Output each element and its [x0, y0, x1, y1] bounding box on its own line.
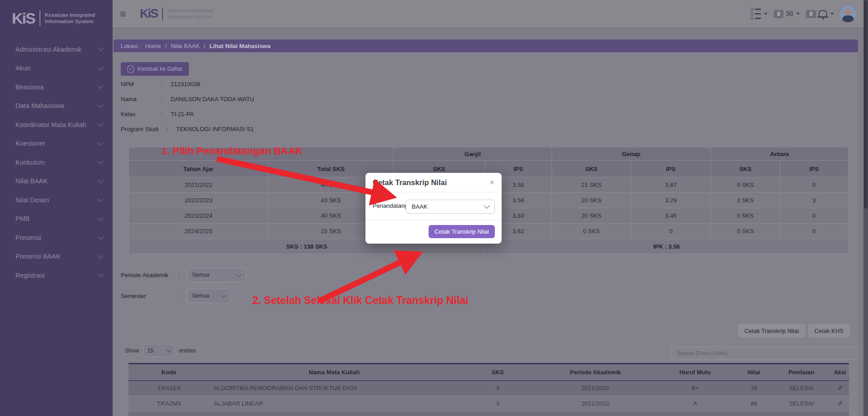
sidebar-item-data-mahasiswa[interactable]: Data Mahasiswa [0, 97, 113, 116]
student-nama-value: DANILSON DAKA TODA WATU [171, 96, 254, 103]
chevron-down-icon [98, 64, 104, 70]
group-header-ganjil: Ganjil [394, 147, 552, 161]
sidebar-item-nilai-dosen[interactable]: Nilai Dosen [0, 191, 113, 210]
scrollbar[interactable] [863, 0, 868, 416]
chevron-down-icon [98, 102, 104, 108]
sidebar-item-kurikulum[interactable]: Kurikulum [0, 153, 113, 172]
notification-count-badge: 0 [806, 10, 816, 18]
sidebar-item-beasiswa[interactable]: Beasiswa [0, 78, 113, 97]
student-npm-value: 212310038 [171, 81, 200, 88]
modal-header: Cetak Transkrip Nilai × [365, 173, 502, 192]
print-actions: Cetak Transkrip Nilai Cetak KHS [738, 324, 850, 338]
group-header-antara: Antara [711, 147, 848, 161]
close-icon[interactable]: × [489, 178, 494, 186]
sidebar-item-presensi[interactable]: Presensi [0, 228, 113, 247]
group-header-genap: Genap [552, 147, 710, 161]
sidebar-logo: KiS Kesatuan Integrated Information Syst… [0, 0, 113, 30]
breadcrumb-separator: / [165, 43, 167, 49]
table-row: TIFA2M3 ALJABAR LINEAR 3 2021/2022 A 86 … [128, 396, 849, 411]
sidebar-item-nilai-baak[interactable]: Nilai BAAK [0, 172, 113, 191]
edit-pencil-icon[interactable]: ✎ [837, 400, 843, 408]
back-icon: ‹ [127, 65, 134, 73]
cetak-transkrip-modal: Cetak Transkrip Nilai × Penandatangan BA… [365, 173, 502, 244]
mail-menu[interactable]: 0 ✉ [774, 10, 800, 18]
cetak-khs-button[interactable]: Cetak KHS [808, 324, 850, 338]
grades-table: Kode Nama Mata Kuliah SKS Periode Akadem… [128, 363, 849, 416]
logo-divider [162, 8, 163, 20]
chevron-down-icon [98, 177, 104, 183]
col-sks: SKS [552, 161, 631, 177]
table-row: TIFA1E4 ALGORITMA PEMOGRAMAN DAN STRUKTU… [128, 381, 849, 396]
topbar: ≡ KiS Kesatuan Integrated Information Sy… [113, 0, 868, 28]
empty-group-header [129, 147, 394, 161]
notification-menu[interactable]: 0 [806, 10, 834, 18]
modal-title: Cetak Transkrip Nilai [373, 178, 447, 187]
edit-pencil-icon[interactable]: ✎ [837, 384, 843, 392]
mail-count-badge: 0 [774, 10, 784, 18]
col-nilai: Nilai [736, 364, 772, 381]
student-prodi-value: TEKNOLOGI INFORMASI S1 [176, 126, 254, 132]
table-row-partial [128, 411, 849, 416]
breadcrumb-prefix: Lokasi : [121, 43, 141, 49]
per-page-select[interactable]: 15 [143, 344, 175, 357]
semester-filter: Semester : Semua [121, 289, 231, 303]
breadcrumb-current: Lihat Nilai Mahasiswa [209, 43, 270, 49]
sidebar-item-koordinator-mata-kuliah[interactable]: Koordinator Mata Kuliah [0, 115, 113, 134]
kis-logo: KiS [12, 10, 35, 26]
sidebar-item-kuesioner[interactable]: Kuesioner [0, 134, 113, 153]
sidebar-item-presensi-baak[interactable]: Presensi BAAK [0, 247, 113, 266]
task-list-icon [750, 8, 761, 20]
chevron-down-icon [484, 203, 490, 209]
col-penilaian: Penilaian [772, 364, 831, 381]
scrollbar-thumb[interactable] [864, 0, 868, 209]
col-ips: IPS [631, 161, 711, 177]
breadcrumb-nilai-baak[interactable]: Nilai BAAK [171, 43, 200, 49]
chevron-down-icon [98, 196, 104, 202]
sidebar-item-registrasi[interactable]: Registrasi [0, 266, 113, 285]
user-avatar[interactable] [840, 6, 856, 22]
show-label: Show [125, 347, 139, 354]
entries-bar: Show 15 entries [125, 344, 196, 357]
caret-down-icon [764, 13, 768, 15]
search-input[interactable] [671, 347, 858, 360]
chevron-down-icon [221, 292, 227, 298]
sidebar-item-pmb[interactable]: PMB [0, 210, 113, 229]
modal-body: Penandatangan BAAK [365, 192, 502, 220]
chevron-down-icon [98, 121, 104, 127]
entries-label: entries [179, 347, 196, 354]
kis-logo: KiS [140, 8, 158, 20]
col-nama-mata-kuliah: Nama Mata Kuliah [209, 364, 459, 381]
breadcrumb-home[interactable]: Home [145, 43, 161, 49]
chevron-down-icon [98, 158, 104, 164]
col-kode: Kode [128, 364, 209, 381]
penandatangan-select[interactable]: BAAK [406, 200, 495, 214]
sidebar-item-akun[interactable]: Akun [0, 59, 113, 78]
chevron-down-icon [167, 347, 172, 352]
chevron-down-icon [98, 253, 104, 259]
topbar-brand: KiS Kesatuan Integrated Information Syst… [140, 8, 213, 20]
student-kelas-row: Kelas : TI-21-PA [121, 111, 194, 117]
sidebar-item-administrasi-akademik[interactable]: Administrasi Akademik [0, 40, 113, 59]
chevron-down-icon [98, 215, 104, 221]
chevron-down-icon [98, 45, 104, 51]
back-to-list-button[interactable]: ‹ Kembali ke Daftar [121, 62, 189, 76]
col-periode-akademik: Periode Akademik [536, 364, 654, 381]
col-sks: SKS [711, 161, 780, 177]
ipk-footer: IPK : 3.56 [485, 239, 848, 254]
col-ips: IPS [780, 161, 848, 177]
chevron-down-icon [98, 234, 104, 240]
logo-divider [39, 10, 40, 26]
student-nama-row: Nama : DANILSON DAKA TODA WATU [121, 96, 254, 103]
col-huruf-mutu: Huruf Mutu [655, 364, 736, 381]
modal-cetak-transkrip-button[interactable]: Cetak Transkrip Nilai [429, 225, 495, 238]
semester-select[interactable]: Semua [187, 289, 231, 303]
brand-text: Kesatuan Integrated Information System [45, 12, 95, 25]
bell-icon [819, 10, 827, 17]
col-aksi: Aksi [831, 364, 849, 381]
periode-akademik-select[interactable]: Semua [187, 268, 246, 282]
student-npm-row: NPM : 212310038 [121, 81, 200, 88]
task-menu[interactable] [750, 8, 768, 20]
hamburger-icon[interactable]: ≡ [120, 9, 126, 20]
sidebar: KiS Kesatuan Integrated Information Syst… [0, 0, 113, 416]
cetak-transkrip-nilai-button[interactable]: Cetak Transkrip Nilai [738, 324, 805, 338]
